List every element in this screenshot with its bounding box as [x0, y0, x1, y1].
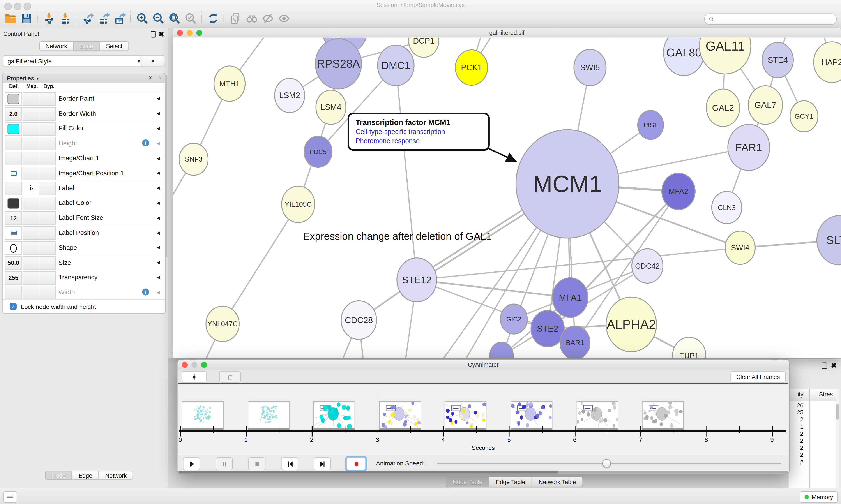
byp-cell[interactable]: [38, 122, 56, 135]
style-dropdown[interactable]: galFiltered Style ▾: [3, 55, 145, 66]
record-button[interactable]: [346, 457, 366, 470]
network-node-GAL11[interactable]: GAL11: [699, 37, 751, 74]
network-node-LSM2[interactable]: LSM2: [275, 78, 305, 113]
byp-cell[interactable]: [38, 241, 56, 255]
table-vscroll-thumb[interactable]: [836, 404, 839, 420]
property-row-label-position[interactable]: Label Position◀: [3, 225, 165, 241]
network-node-CDC42[interactable]: CDC42: [632, 249, 663, 283]
property-row-height[interactable]: Heighti◀: [3, 136, 165, 151]
map-cell[interactable]: [22, 227, 40, 240]
def-cell[interactable]: [5, 182, 22, 195]
zoom-in-button[interactable]: [134, 11, 150, 26]
network-node-BAR1[interactable]: BAR1: [560, 326, 590, 358]
info-icon[interactable]: i: [142, 289, 149, 296]
annotation-link[interactable]: Cell-type-specific transcription: [356, 128, 483, 136]
byp-cell[interactable]: [38, 227, 56, 240]
frame-thumbnail-7[interactable]: [642, 401, 684, 431]
network-node-GAL80[interactable]: GAL80: [663, 37, 704, 75]
map-cell[interactable]: [22, 167, 40, 180]
table-cell[interactable]: 2: [789, 437, 803, 444]
byp-cell[interactable]: [38, 107, 56, 121]
style-options-button[interactable]: ▼: [141, 55, 165, 66]
cyanimator-timeline[interactable]: 0123456789 Seconds: [178, 383, 788, 455]
table-cell[interactable]: 1: [789, 424, 803, 430]
animation-speed-thumb[interactable]: [602, 459, 611, 467]
network-node-HAP2[interactable]: HAP2: [813, 42, 841, 83]
table-vscrollbar[interactable]: [836, 389, 839, 489]
network-node-PURP_B[interactable]: [490, 342, 513, 358]
network-node-GAL7[interactable]: GAL7: [748, 86, 783, 124]
def-cell[interactable]: [5, 137, 22, 150]
expand-row-icon[interactable]: ◀: [157, 225, 160, 240]
network-node-DMC1[interactable]: DMC1: [378, 45, 414, 86]
collapse-all-icon[interactable]: »: [156, 76, 162, 79]
float-panel-icon[interactable]: [822, 363, 827, 369]
properties-header[interactable]: Properties ▾ » »: [3, 74, 165, 83]
expand-row-icon[interactable]: ◀: [157, 270, 160, 285]
expand-row-icon[interactable]: ◀: [157, 106, 160, 121]
network-node-CLN3[interactable]: CLN3: [712, 191, 742, 223]
byp-cell[interactable]: [38, 256, 56, 270]
cyanimator-hscrollbar[interactable]: [178, 471, 788, 473]
expand-all-icon[interactable]: »: [147, 76, 154, 79]
network-annotation[interactable]: Transcription factor MCM1 Cell-type-spec…: [347, 112, 490, 151]
tab-style[interactable]: Style: [74, 41, 100, 51]
expand-row-icon[interactable]: ◀: [157, 181, 160, 196]
def-cell[interactable]: [5, 197, 22, 210]
map-cell[interactable]: [22, 271, 40, 284]
show-panel-list-button[interactable]: [3, 491, 17, 503]
map-cell[interactable]: ⁞›: [22, 182, 40, 195]
byp-cell[interactable]: [38, 92, 56, 106]
frame-thumbnail-3[interactable]: [379, 401, 421, 431]
import-network-button[interactable]: [41, 11, 57, 26]
table-cell[interactable]: 2: [789, 452, 803, 458]
memory-button[interactable]: Memory: [800, 491, 838, 503]
zoom-out-button[interactable]: [150, 11, 166, 26]
table-cell[interactable]: 2: [789, 430, 803, 437]
map-cell[interactable]: [22, 241, 40, 255]
table-cell[interactable]: 25: [789, 409, 803, 416]
network-node-DCP1[interactable]: DCP1: [409, 37, 439, 57]
expand-row-icon[interactable]: ◀: [157, 255, 160, 270]
frame-thumbnail-4[interactable]: [445, 401, 487, 431]
table-cell[interactable]: 2: [789, 459, 803, 465]
zoom-fit-button[interactable]: [166, 11, 182, 26]
network-node-MTH1[interactable]: MTH1: [214, 66, 245, 101]
network-node-LSM4[interactable]: LSM4: [316, 90, 346, 124]
info-icon[interactable]: i: [142, 140, 149, 147]
byp-cell[interactable]: [38, 182, 56, 195]
float-panel-icon[interactable]: [151, 31, 156, 37]
network-node-PCK1[interactable]: PCK1: [455, 50, 487, 85]
network-node-GAL2[interactable]: GAL2: [706, 89, 739, 127]
expand-row-icon[interactable]: ◀: [157, 240, 160, 255]
property-row-label-color[interactable]: Label Color◀: [3, 196, 165, 211]
property-row-label[interactable]: ⁞›Label◀: [3, 181, 165, 196]
save-button[interactable]: [18, 11, 34, 26]
cyanimator-hscroll-thumb[interactable]: [179, 471, 558, 473]
properties-scrollbar[interactable]: [166, 75, 167, 257]
expand-row-icon[interactable]: ◀: [157, 121, 160, 136]
byp-cell[interactable]: [38, 286, 56, 299]
frame-thumbnail-6[interactable]: [576, 401, 618, 431]
property-row-border-width[interactable]: 2.0Border Width◀: [3, 106, 165, 122]
network-node-SWI4[interactable]: SWI4: [725, 231, 755, 265]
network-node-STE2[interactable]: STE2: [531, 310, 564, 347]
def-cell[interactable]: [5, 152, 22, 165]
property-row-border-paint[interactable]: Border Paint◀: [3, 91, 165, 107]
network-node-GCY1[interactable]: GCY1: [790, 101, 818, 132]
skip-end-button[interactable]: [314, 457, 331, 470]
def-cell[interactable]: 255: [5, 271, 22, 284]
refresh-button[interactable]: [205, 11, 221, 26]
network-node-MCM1[interactable]: MCM1: [516, 130, 619, 238]
network-node-FAR1[interactable]: FAR1: [728, 124, 770, 170]
expand-row-icon[interactable]: ◀: [157, 151, 160, 166]
byp-cell[interactable]: [38, 212, 56, 225]
property-row-shape[interactable]: Shape◀: [3, 240, 165, 256]
map-cell[interactable]: [22, 212, 40, 225]
network-node-PDC5[interactable]: PDC5: [304, 136, 332, 167]
byp-cell[interactable]: [38, 167, 56, 180]
close-panel-icon[interactable]: ✖: [831, 363, 837, 368]
def-cell[interactable]: [5, 167, 22, 180]
cyanimator-titlebar[interactable]: CyAnimator: [178, 360, 789, 370]
map-cell[interactable]: [22, 286, 40, 299]
